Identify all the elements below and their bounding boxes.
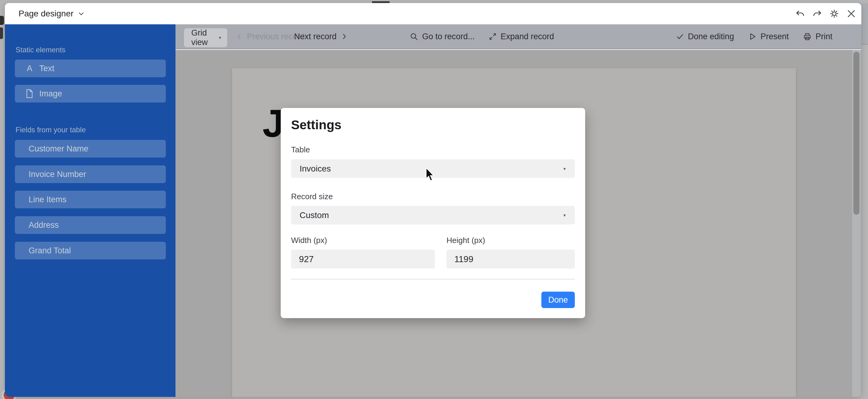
toolbar-right-group: Done editing Present Print — [676, 24, 832, 49]
sidebar-item-label: Invoice Number — [29, 170, 86, 179]
sidebar-item-label: Grand Total — [29, 246, 71, 255]
settings-modal-title: Settings — [291, 118, 342, 132]
sidebar-field-line-items[interactable]: Line Items — [15, 191, 166, 208]
window-controls — [796, 3, 856, 24]
sidebar-item-label: Image — [39, 89, 62, 98]
chevron-right-icon — [341, 33, 347, 40]
print-label: Print — [815, 32, 832, 41]
modal-done-button[interactable]: Done — [541, 291, 575, 308]
present-button[interactable]: Present — [748, 24, 788, 49]
sidebar-field-customer-name[interactable]: Customer Name — [15, 140, 166, 157]
sidebar-item-image[interactable]: Image — [15, 85, 166, 102]
record-size-label: Record size — [291, 192, 333, 201]
gear-icon[interactable] — [830, 9, 839, 18]
background-page-fragment — [0, 27, 3, 39]
sidebar-item-label: Text — [39, 64, 55, 73]
sidebar-item-label: Line Items — [29, 195, 67, 204]
play-icon — [748, 33, 756, 40]
page-designer-window: Page designer Static elements A Text Ima… — [5, 3, 861, 397]
modal-divider — [291, 279, 575, 279]
chevron-left-icon — [236, 33, 243, 40]
image-icon — [25, 89, 34, 98]
expand-record-label: Expand record — [501, 32, 554, 41]
width-label: Width (px) — [291, 236, 327, 245]
search-icon — [410, 32, 418, 41]
expand-icon — [489, 33, 497, 40]
sidebar-item-text[interactable]: A Text — [15, 60, 166, 77]
triangle-down-icon: ▾ — [563, 213, 566, 218]
fields-heading: Fields from your table — [16, 126, 86, 134]
sidebar-field-invoice-number[interactable]: Invoice Number — [15, 165, 166, 183]
printer-icon — [803, 33, 811, 41]
window-header: Page designer — [5, 3, 861, 24]
record-size-select[interactable]: Custom ▾ — [291, 206, 575, 224]
table-select[interactable]: Invoices ▾ — [291, 159, 575, 178]
record-size-select-value: Custom — [300, 210, 329, 220]
table-select-value: Invoices — [300, 164, 331, 174]
go-to-record-button[interactable]: Go to record... — [410, 24, 475, 49]
height-label: Height (px) — [446, 236, 485, 245]
app-title: Page designer — [19, 9, 73, 19]
check-icon — [676, 33, 684, 40]
close-icon[interactable] — [847, 9, 856, 18]
chevron-down-icon — [78, 10, 85, 17]
sidebar-field-grand-total[interactable]: Grand Total — [15, 242, 166, 259]
view-selector-button[interactable]: Grid view ▾ — [184, 28, 227, 47]
go-to-record-label: Go to record... — [422, 32, 475, 41]
background-page-fragment — [861, 3, 868, 45]
app-title-menu[interactable]: Page designer — [19, 3, 85, 24]
view-selector-label: Grid view — [191, 28, 219, 47]
background-page-fragment — [0, 16, 4, 25]
next-record-label: Next record — [294, 32, 337, 41]
done-editing-label: Done editing — [688, 32, 734, 41]
expand-record-button[interactable]: Expand record — [489, 24, 554, 49]
height-input[interactable] — [446, 250, 575, 269]
undo-icon[interactable] — [796, 9, 805, 18]
triangle-down-icon: ▾ — [219, 35, 221, 40]
vertical-scrollbar-track[interactable] — [852, 50, 861, 397]
text-icon: A — [25, 64, 34, 73]
sidebar-item-label: Address — [29, 220, 59, 230]
record-toolbar: Grid view ▾ Previous record Next record … — [176, 24, 861, 49]
elements-sidebar: Static elements A Text Image Fields from… — [5, 24, 176, 397]
vertical-scrollbar-thumb[interactable] — [854, 52, 860, 215]
settings-modal: Settings Table Invoices ▾ Record size Cu… — [281, 108, 585, 318]
sidebar-field-address[interactable]: Address — [15, 216, 166, 234]
table-label: Table — [291, 145, 310, 154]
next-record-button[interactable]: Next record — [294, 24, 347, 49]
triangle-down-icon: ▾ — [563, 166, 566, 172]
present-label: Present — [760, 32, 788, 41]
static-elements-heading: Static elements — [16, 45, 65, 54]
width-input[interactable] — [291, 250, 435, 269]
sidebar-item-label: Customer Name — [29, 144, 89, 154]
done-editing-button[interactable]: Done editing — [676, 24, 734, 49]
redo-icon[interactable] — [813, 9, 822, 18]
print-button[interactable]: Print — [803, 24, 832, 49]
